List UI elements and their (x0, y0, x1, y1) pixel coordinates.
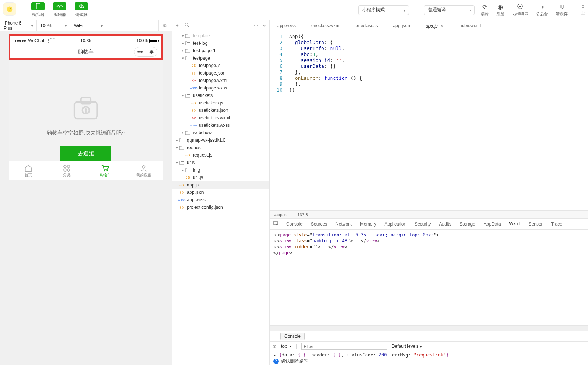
tab-mine[interactable]: 我的客服 (124, 161, 163, 180)
code-editor[interactable]: 12345678910 App({ globalData: { userInfo… (270, 31, 588, 210)
devtools-tab-audits[interactable]: Audits (438, 219, 452, 229)
devtools-tab-console[interactable]: Console (285, 219, 303, 229)
main-toolbar: 模拟器 </> 编辑器 调试器 小程序模式▾ 普通编译▾ ⟳编译 ◉预览 ⦿远程… (0, 0, 588, 20)
editor-tab[interactable]: index.wxml (451, 20, 488, 31)
devtools-tab-security[interactable]: Security (414, 219, 431, 229)
file-tree[interactable]: ▾template▸test-log▸test-page-1▾testpageJ… (172, 31, 269, 365)
go-shopping-button[interactable]: 去逛逛 (60, 146, 111, 161)
zoom-select[interactable]: 100%▾ (37, 20, 70, 31)
tree-file[interactable]: JSrequest.js (172, 151, 269, 159)
console-output[interactable]: ▸ {data: {…}, header: {…}, statusCode: 2… (270, 351, 588, 365)
tree-file[interactable]: JStestpage.js (172, 62, 269, 69)
devtools-tab-trace[interactable]: Trace (550, 219, 563, 229)
console-line[interactable]: ▸ {data: {…}, header: {…}, statusCode: 2… (273, 352, 584, 358)
tree-file[interactable]: WXSSapp.wxss (172, 196, 269, 204)
devtools-tab-appdata[interactable]: AppData (483, 219, 502, 229)
console-tab[interactable]: Console (280, 333, 305, 340)
tree-folder[interactable]: ▸test-log (172, 40, 269, 47)
wxml-inspector[interactable]: ▾<page style="transition: all 0.3s linea… (270, 230, 588, 325)
debugger-toggle[interactable]: 调试器 (75, 1, 88, 19)
tab-home[interactable]: 首页 (9, 161, 47, 180)
simulator-stage: ●●●●● WeChat ⋮⁀ 10:35 100% 购物车 ••• ◉ (0, 31, 172, 365)
preview-button[interactable]: ◉预览 (496, 1, 504, 19)
log-levels-select[interactable]: Default levels ▾ (392, 344, 422, 349)
editor-tab[interactable]: app.wxss (270, 20, 304, 31)
compile-button[interactable]: ⟳编译 (481, 1, 489, 19)
console-filter-input[interactable] (301, 343, 387, 350)
clear-console-icon[interactable]: ⊘ (273, 344, 276, 349)
tree-folder[interactable]: ▸test-page-1 (172, 47, 269, 54)
tree-folder[interactable]: ▸img (172, 166, 269, 174)
clear-cache-button[interactable]: ≋清缓存 (556, 1, 568, 19)
tree-file[interactable]: WXSStestpage.wxss (172, 84, 269, 92)
editor-tab[interactable]: app.json (385, 20, 417, 31)
tree-file[interactable]: <>testpage.wxml (172, 77, 269, 84)
collapse-panel-icon[interactable]: ⇤ (263, 23, 266, 28)
svg-point-15 (63, 165, 66, 167)
tab-category[interactable]: 分类 (47, 161, 86, 180)
tree-file[interactable]: { }usetickets.json (172, 107, 269, 114)
devtools-tab-network[interactable]: Network (335, 219, 353, 229)
close-tab-icon[interactable]: × (441, 23, 443, 29)
console-drawer-header: ⋮ Console (270, 331, 588, 341)
tree-file[interactable]: JSapp.js (172, 181, 269, 189)
network-select[interactable]: WiFi▾ (70, 20, 106, 31)
tab-cart[interactable]: 购物车 (86, 161, 124, 180)
file-explorer: ＋ ⋯ ⇤ ▾template▸test-log▸test-page-1▾tes… (172, 20, 270, 365)
mode-select[interactable]: 小程序模式▾ (358, 5, 409, 15)
editor-tab[interactable]: oneclass.wxml (304, 20, 348, 31)
toolbar-separator (101, 3, 101, 17)
upload-button-cut[interactable]: ↥上 (581, 1, 585, 19)
capsule-close-icon[interactable]: ◉ (146, 47, 157, 56)
repeat-badge: 2 (273, 359, 279, 364)
editor-tab[interactable]: oneclass.js (348, 20, 385, 31)
carrier-label: WeChat (28, 38, 44, 43)
tree-file[interactable]: { }testpage.json (172, 69, 269, 77)
tree-folder[interactable]: ▾usetickets (172, 92, 269, 99)
devtools-tab-sources[interactable]: Sources (310, 219, 328, 229)
editor-tabs: app.wxssoneclass.wxmloneclass.jsapp.json… (270, 20, 588, 31)
simulator-toggle[interactable]: 模拟器 (31, 1, 45, 19)
empty-cart-icon (72, 95, 100, 122)
devtools-tab-storage[interactable]: Storage (459, 219, 476, 229)
tree-folder[interactable]: ▾utils (172, 159, 269, 166)
context-select[interactable]: top ▾ (281, 344, 291, 349)
devtools-tab-memory[interactable]: Memory (359, 219, 377, 229)
add-file-icon[interactable]: ＋ (175, 22, 179, 29)
tree-folder[interactable]: ▾template (172, 32, 269, 40)
compile-mode-select[interactable]: 普通编译▾ (424, 5, 475, 15)
tree-file[interactable]: { }project.config.json (172, 204, 269, 211)
devtools-tab-application[interactable]: Application (384, 219, 407, 229)
tree-folder[interactable]: ▸webshow (172, 129, 269, 136)
detach-simulator-icon[interactable]: ⧉ (158, 20, 172, 31)
capsule-menu-icon[interactable]: ••• (134, 47, 146, 56)
editor-toggle[interactable]: </> 编辑器 (53, 1, 66, 19)
devtools-tab-wxml[interactable]: Wxml (509, 219, 521, 229)
background-button[interactable]: ⇥切后台 (536, 1, 548, 19)
tree-folder[interactable]: ▾testpage (172, 54, 269, 62)
horizontal-scrollbar[interactable] (270, 325, 588, 331)
devtools-tab-sensor[interactable]: Sensor (528, 219, 544, 229)
search-icon[interactable] (185, 23, 190, 29)
device-content-area: 购物车空空如野,快去挑选商品吧~ 去逛逛 首页 分类 购物车 我的客服 (9, 60, 163, 180)
tree-file[interactable]: JSusetickets.js (172, 99, 269, 107)
remote-debug-button[interactable]: ⦿远程调试 (512, 1, 528, 19)
tree-file[interactable]: <>usetickets.wxml (172, 114, 269, 122)
console-menu-icon[interactable]: ⋮ (273, 334, 277, 339)
tree-file[interactable]: WXSSusetickets.wxss (172, 122, 269, 129)
tree-folder[interactable]: ▾request (172, 144, 269, 151)
element-picker-icon[interactable] (273, 221, 279, 227)
toolbar-separator-2 (576, 3, 576, 17)
tree-file[interactable]: { }app.json (172, 189, 269, 196)
file-path: /app.js (274, 213, 286, 217)
console-line[interactable]: 2确认删除操作 (273, 358, 584, 364)
editor-tab[interactable]: app.js× (418, 21, 451, 31)
device-navbar: 购物车 ••• ◉ (10, 45, 161, 58)
tree-file[interactable]: JSutil.js (172, 174, 269, 181)
filter-separator: | (296, 344, 297, 349)
editor-column: app.wxssoneclass.wxmloneclass.jsapp.json… (270, 20, 588, 365)
code-content[interactable]: App({ globalData: { userInfo: null, abc:… (285, 31, 588, 210)
tree-folder[interactable]: ▸qqmap-wx-jssdk1.0 (172, 136, 269, 144)
device-select[interactable]: iPhone 6 Plus▾ (0, 20, 37, 31)
more-icon[interactable]: ⋯ (254, 23, 258, 28)
